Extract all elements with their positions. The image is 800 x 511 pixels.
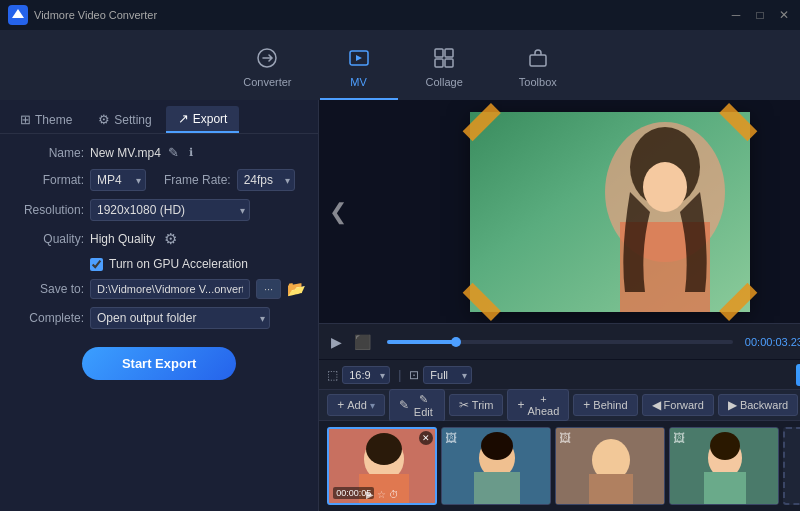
edit-button[interactable]: ✎ ✎ Edit (389, 389, 445, 422)
tab-export-label: Export (193, 112, 228, 126)
ahead-icon: + (517, 398, 524, 412)
maximize-button[interactable]: □ (752, 7, 768, 23)
resolution-select[interactable]: 1920x1080 (HD) 1280x720 3840x2160 (4K) (90, 199, 250, 221)
forward-label: Forward (664, 399, 704, 411)
svg-point-12 (643, 162, 687, 212)
right-panel: ❮ (319, 100, 800, 511)
thumb-1-clock-button[interactable]: ⏱ (389, 489, 399, 500)
name-info-button[interactable]: ℹ (186, 145, 196, 160)
thumbnail-4[interactable]: 🖼 (669, 427, 779, 505)
name-edit-button[interactable]: ✎ (165, 144, 182, 161)
nav-toolbox[interactable]: Toolbox (491, 39, 585, 100)
resolution-label: Resolution: (12, 203, 84, 217)
thumb-1-star-button[interactable]: ☆ (377, 489, 386, 500)
tab-setting[interactable]: ⚙ Setting (86, 106, 163, 133)
svg-rect-6 (445, 59, 453, 67)
preview-image (470, 112, 750, 312)
save-label: Save to: (12, 282, 84, 296)
save-path-input[interactable]: D:\Vidmore\Vidmore V...onverter\MV Expor… (90, 279, 250, 299)
svg-rect-4 (445, 49, 453, 57)
behind-button[interactable]: + Behind (573, 394, 637, 416)
minimize-button[interactable]: ─ (728, 7, 744, 23)
nav-collage-label: Collage (426, 76, 463, 88)
format-select[interactable]: MP4 AVI MOV (90, 169, 146, 191)
nav-converter-label: Converter (243, 76, 291, 88)
forward-icon: ◀ (652, 398, 661, 412)
nav-converter[interactable]: Converter (215, 39, 319, 100)
aspect-left: ⬚ 16:9 4:3 1:1 | ⊡ Full 50% 75% (327, 366, 472, 384)
svg-point-26 (710, 432, 740, 460)
ahead-button[interactable]: + + Ahead (507, 389, 569, 421)
gpu-label[interactable]: Turn on GPU Acceleration (109, 257, 248, 271)
trim-icon: ✂ (459, 398, 469, 412)
svg-rect-3 (435, 49, 443, 57)
path-dots-button[interactable]: ··· (256, 279, 281, 299)
thumbnail-strip: ✕ 00:00:05 ▶ ☆ ⏱ 🖼 (319, 421, 800, 511)
setting-icon: ⚙ (98, 112, 110, 127)
svg-rect-27 (704, 472, 746, 505)
svg-rect-20 (474, 472, 520, 505)
thumbnail-3[interactable]: 🖼 (555, 427, 665, 505)
tab-setting-label: Setting (114, 113, 151, 127)
aspect-ratio-select[interactable]: 16:9 4:3 1:1 (342, 366, 390, 384)
app-logo (8, 5, 28, 25)
nav-collage[interactable]: Collage (398, 39, 491, 100)
backward-button[interactable]: ▶ Backward (718, 394, 798, 416)
resolution-select-wrapper: 1920x1080 (HD) 1280x720 3840x2160 (4K) (90, 199, 250, 221)
add-button[interactable]: + Add ▾ (327, 394, 385, 416)
play-button[interactable]: ▶ (327, 332, 346, 352)
zoom-icon: ⊡ (409, 368, 419, 382)
open-folder-button[interactable]: 📂 (287, 280, 306, 298)
ahead-label: + Ahead (527, 393, 559, 417)
tab-theme[interactable]: ⊞ Theme (8, 106, 84, 133)
behind-icon: + (583, 398, 590, 412)
behind-label: Behind (593, 399, 627, 411)
trim-label: Trim (472, 399, 494, 411)
complete-label: Complete: (12, 311, 84, 325)
nav-mv-label: MV (350, 76, 367, 88)
gpu-checkbox[interactable] (90, 258, 103, 271)
close-button[interactable]: ✕ (776, 7, 792, 23)
time-display: 00:00:03.23/00:00:20.00 (745, 336, 800, 348)
export-button-small[interactable]: Start Export (796, 364, 800, 386)
prev-arrow-button[interactable]: ❮ (329, 199, 347, 225)
format-row: Format: MP4 AVI MOV Frame Rate: 24fps 30… (12, 169, 306, 191)
save-row: Save to: D:\Vidmore\Vidmore V...onverter… (12, 279, 306, 299)
zoom-select[interactable]: Full 50% 75% (423, 366, 472, 384)
quality-row: Quality: High Quality ⚙ (12, 229, 306, 249)
forward-button[interactable]: ◀ Forward (642, 394, 714, 416)
toolbox-icon (527, 47, 549, 72)
add-media-button[interactable]: + (783, 427, 800, 505)
thumbnail-1[interactable]: ✕ 00:00:05 ▶ ☆ ⏱ (327, 427, 437, 505)
backward-icon: ▶ (728, 398, 737, 412)
navbar: Converter MV Collage Toolb (0, 30, 800, 100)
aspect-select-wrapper: 16:9 4:3 1:1 (342, 366, 390, 384)
thumb-1-play-button[interactable]: ▶ (366, 489, 374, 500)
aspect-bar: ⬚ 16:9 4:3 1:1 | ⊡ Full 50% 75% (319, 359, 800, 389)
complete-select-wrapper: Open output folder Do nothing (90, 307, 270, 329)
format-select-wrapper: MP4 AVI MOV (90, 169, 146, 191)
trim-button[interactable]: ✂ Trim (449, 394, 504, 416)
tab-export[interactable]: ↗ Export (166, 106, 240, 133)
complete-select[interactable]: Open output folder Do nothing (90, 307, 270, 329)
edit-label: ✎ Edit (412, 393, 435, 418)
svg-point-15 (366, 433, 402, 465)
theme-icon: ⊞ (20, 112, 31, 127)
svg-rect-7 (530, 55, 546, 66)
nav-mv[interactable]: MV (320, 39, 398, 100)
format-label: Format: (12, 173, 84, 187)
stop-button[interactable]: ⬛ (350, 332, 375, 352)
main-area: ⊞ Theme ⚙ Setting ↗ Export Name: New MV.… (0, 100, 800, 511)
thumb-4-img-icon: 🖼 (673, 431, 685, 445)
thumbnail-2[interactable]: 🖼 (441, 427, 551, 505)
converter-icon (256, 47, 278, 72)
titlebar: Vidmore Video Converter ─ □ ✕ (0, 0, 800, 30)
progress-bar[interactable] (387, 340, 733, 344)
svg-rect-5 (435, 59, 443, 67)
name-row: Name: New MV.mp4 ✎ ℹ (12, 144, 306, 161)
frame-rate-select[interactable]: 24fps 30fps 60fps (237, 169, 295, 191)
quality-settings-button[interactable]: ⚙ (161, 229, 180, 249)
collage-icon (433, 47, 455, 72)
nav-toolbox-label: Toolbox (519, 76, 557, 88)
start-export-button[interactable]: Start Export (82, 347, 236, 380)
